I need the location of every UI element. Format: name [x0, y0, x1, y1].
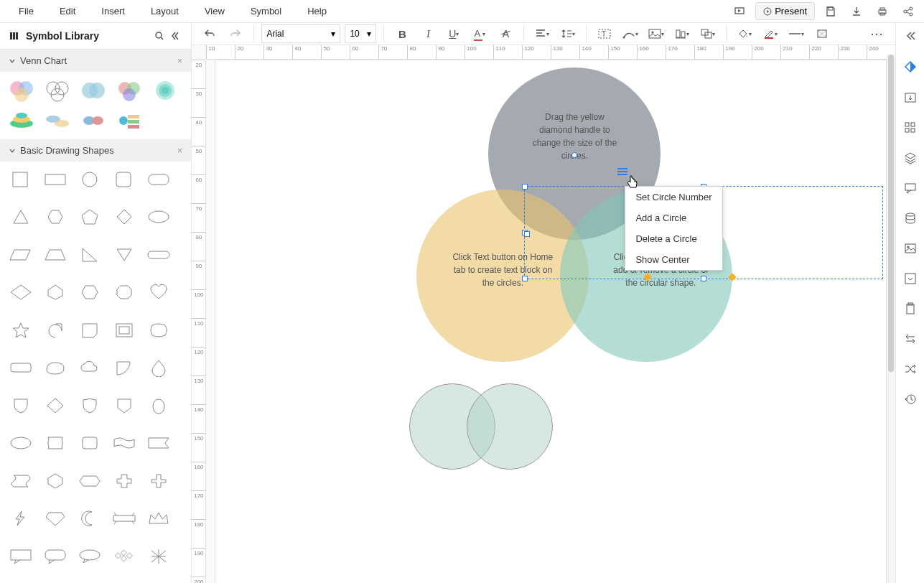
ctx-add-circle[interactable]: Add a Circle: [625, 207, 722, 228]
font-size-select[interactable]: 10▾: [345, 24, 376, 43]
fill-button[interactable]: ▾: [734, 23, 755, 45]
shape-trapezoid[interactable]: [40, 243, 70, 267]
basic-shapes-header[interactable]: Basic Drawing Shapes ×: [0, 139, 191, 162]
shape-frame[interactable]: [109, 318, 139, 342]
ctx-show-center[interactable]: Show Center: [625, 249, 722, 270]
shape-callout-oval[interactable]: [75, 544, 105, 569]
shape-pentagon2[interactable]: [40, 280, 70, 304]
shape-shield2[interactable]: [75, 393, 105, 418]
shape-pentagon[interactable]: [75, 205, 105, 229]
shape-plus[interactable]: [144, 469, 174, 493]
shape-style-button[interactable]: [811, 23, 833, 45]
shape-pillow[interactable]: [144, 318, 174, 342]
shape-gem[interactable]: [40, 506, 70, 531]
venn-category-header[interactable]: Venn Chart ×: [0, 50, 191, 72]
search-icon[interactable]: [154, 30, 165, 42]
collapse-panel-icon[interactable]: [900, 329, 920, 349]
connector-button[interactable]: ▾: [620, 23, 641, 45]
action-menu-icon[interactable]: [617, 168, 627, 175]
shape-quarter-pie[interactable]: [109, 355, 139, 380]
shape-rounded-square[interactable]: [109, 167, 139, 192]
resources-panel-icon[interactable]: [900, 269, 920, 289]
redo-button[interactable]: [225, 23, 246, 45]
venn-shape-8[interactable]: [78, 108, 109, 134]
shape-plaque[interactable]: [40, 431, 70, 455]
shape-drop[interactable]: [144, 355, 174, 380]
shape-shield[interactable]: [6, 393, 36, 418]
venn-shape-9[interactable]: [113, 108, 145, 134]
italic-button[interactable]: I: [417, 23, 439, 45]
small-venn-right[interactable]: [467, 383, 553, 470]
shape-wave[interactable]: [6, 469, 36, 493]
strikethrough-button[interactable]: A: [495, 23, 516, 45]
drawing-canvas[interactable]: Drag the yellow diamond handle to change…: [215, 60, 887, 583]
shape-callout-rect[interactable]: [6, 544, 36, 569]
download-icon-button[interactable]: [846, 1, 867, 22]
scrollbar-vertical[interactable]: [887, 55, 895, 583]
shape-flag[interactable]: [144, 431, 174, 455]
shape-moon[interactable]: [75, 506, 105, 531]
ctx-set-circle-number[interactable]: Set Circle Number: [625, 187, 722, 207]
image-panel-icon[interactable]: [900, 238, 920, 258]
shape-rounded-rect2[interactable]: [6, 355, 36, 380]
shape-parallelogram[interactable]: [6, 243, 36, 267]
shape-hex-h[interactable]: [75, 469, 105, 493]
present-button[interactable]: Present: [755, 2, 815, 20]
comment-panel-icon[interactable]: [900, 178, 920, 198]
shape-callout-round[interactable]: [40, 544, 70, 569]
font-select[interactable]: Arial▾: [261, 24, 340, 43]
shape-hexagon-narrow[interactable]: [40, 205, 70, 229]
close-category-icon[interactable]: ×: [177, 55, 183, 66]
layers-panel-icon[interactable]: [900, 148, 920, 168]
venn-shape-1[interactable]: [6, 78, 37, 103]
print-icon-button[interactable]: [872, 1, 892, 22]
close-category-icon[interactable]: ×: [177, 145, 183, 156]
shape-right-triangle[interactable]: [75, 243, 105, 267]
line-color-button[interactable]: ▾: [760, 23, 781, 45]
shape-diamond-small[interactable]: [109, 205, 139, 229]
line-style-button[interactable]: ▾: [785, 23, 807, 45]
shape-lightning[interactable]: [6, 506, 36, 531]
shape-square[interactable]: [6, 167, 36, 192]
grid-panel-icon[interactable]: [900, 118, 920, 138]
underline-button[interactable]: U▾: [443, 23, 465, 45]
line-spacing-button[interactable]: ▾: [557, 23, 579, 45]
undo-button[interactable]: [199, 23, 220, 45]
shape-badge[interactable]: [109, 393, 139, 418]
slideshow-icon-button[interactable]: [729, 1, 750, 22]
history-panel-icon[interactable]: [900, 389, 920, 409]
share-icon-button[interactable]: [898, 1, 918, 22]
shape-crown[interactable]: [144, 506, 174, 531]
align-objects-button[interactable]: ▾: [671, 23, 693, 45]
bold-button[interactable]: B: [391, 23, 413, 45]
venn-shape-3[interactable]: [78, 78, 109, 103]
venn-shape-2[interactable]: [42, 78, 73, 103]
shape-rectangle[interactable]: [40, 167, 70, 192]
shuffle-panel-icon[interactable]: [900, 359, 920, 379]
shape-ellipse2[interactable]: [6, 431, 36, 455]
venn-shape-7[interactable]: [42, 108, 73, 134]
menu-edit[interactable]: Edit: [47, 1, 88, 21]
resize-handle-mid[interactable]: [524, 231, 530, 237]
theme-panel-icon[interactable]: [900, 57, 920, 78]
shape-teardrop[interactable]: [40, 318, 70, 342]
shape-pinwheel[interactable]: [144, 544, 174, 569]
shape-ribbon[interactable]: [109, 506, 139, 531]
shape-octagon[interactable]: [109, 280, 139, 304]
shape-triangle-down[interactable]: [109, 243, 139, 267]
shape-heart[interactable]: [144, 280, 174, 304]
ctx-delete-circle[interactable]: Delete a Circle: [625, 228, 722, 249]
shape-cloud[interactable]: [75, 355, 105, 380]
align-button[interactable]: ▾: [531, 23, 553, 45]
image-button[interactable]: ▾: [645, 23, 667, 45]
shape-hexagon2[interactable]: [40, 469, 70, 493]
shape-chevron-callout[interactable]: [75, 318, 105, 342]
save-icon-button[interactable]: [821, 1, 841, 22]
shape-cross[interactable]: [109, 469, 139, 493]
menu-symbol[interactable]: Symbol: [238, 1, 294, 21]
shape-rounded-rect[interactable]: [144, 167, 174, 192]
shape-blob[interactable]: [40, 355, 70, 380]
more-button[interactable]: ⋯: [867, 23, 888, 45]
export-panel-icon[interactable]: [900, 88, 920, 108]
menu-help[interactable]: Help: [294, 1, 340, 21]
